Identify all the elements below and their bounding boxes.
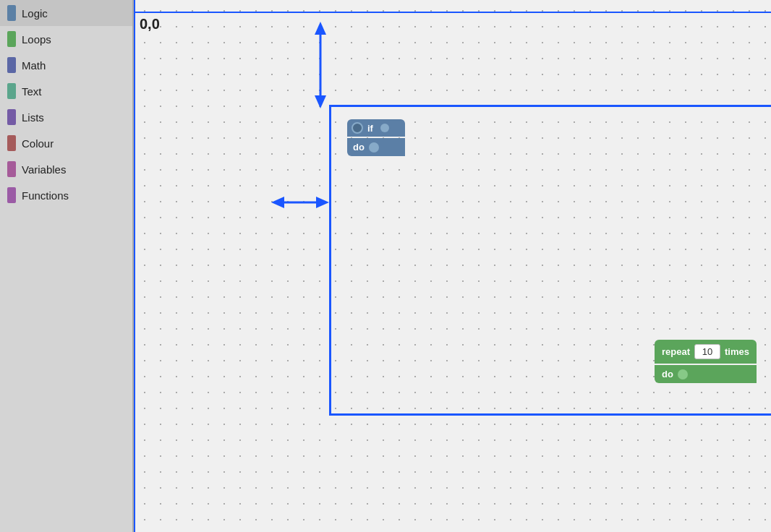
sidebar-item-colour[interactable]: Colour	[0, 130, 132, 156]
logic-color-dot	[7, 5, 16, 21]
sidebar-item-functions[interactable]: Functions	[0, 182, 132, 208]
sidebar-item-lists[interactable]: Lists	[0, 104, 132, 130]
variables-label: Variables	[22, 163, 66, 176]
lists-color-dot	[7, 109, 16, 125]
crosshair-horizontal	[134, 12, 771, 13]
functions-label: Functions	[22, 189, 69, 202]
canvas-area[interactable]: 0,0 if do	[134, 0, 771, 532]
logic-label: Logic	[22, 7, 48, 20]
lists-label: Lists	[22, 111, 44, 124]
times-label: times	[725, 346, 749, 357]
repeat-block[interactable]: repeat times do	[655, 340, 757, 383]
crosshair-vertical	[134, 0, 135, 532]
sidebar-item-logic[interactable]: Logic	[0, 0, 132, 26]
coords-label: 0,0	[140, 16, 160, 33]
gear-icon	[352, 122, 363, 134]
colour-label: Colour	[22, 137, 54, 150]
svg-marker-0	[315, 22, 326, 35]
variables-color-dot	[7, 161, 16, 177]
loops-color-dot	[7, 31, 16, 47]
vertical-arrow	[313, 22, 328, 108]
svg-marker-3	[271, 197, 284, 208]
if-do-notch	[369, 142, 379, 153]
svg-marker-5	[316, 197, 329, 208]
math-label: Math	[22, 59, 46, 72]
horizontal-arrow	[271, 195, 329, 210]
if-do-label: do	[353, 142, 365, 153]
sidebar-item-text[interactable]: Text	[0, 78, 132, 104]
repeat-do-label: do	[662, 369, 673, 379]
svg-marker-2	[315, 95, 326, 108]
if-block[interactable]: if do	[347, 119, 405, 156]
text-color-dot	[7, 83, 16, 99]
colour-color-dot	[7, 135, 16, 151]
text-label: Text	[22, 85, 42, 98]
functions-color-dot	[7, 187, 16, 203]
repeat-do-notch	[678, 369, 688, 379]
loops-label: Loops	[22, 33, 51, 46]
repeat-times-input[interactable]	[694, 344, 720, 359]
math-color-dot	[7, 57, 16, 73]
sidebar-item-math[interactable]: Math	[0, 52, 132, 78]
if-notch	[380, 124, 389, 132]
if-label: if	[367, 123, 373, 134]
sidebar-item-variables[interactable]: Variables	[0, 156, 132, 182]
sidebar-item-loops[interactable]: Loops	[0, 26, 132, 52]
sidebar: LogicLoopsMathTextListsColourVariablesFu…	[0, 0, 134, 532]
repeat-label: repeat	[662, 346, 690, 357]
